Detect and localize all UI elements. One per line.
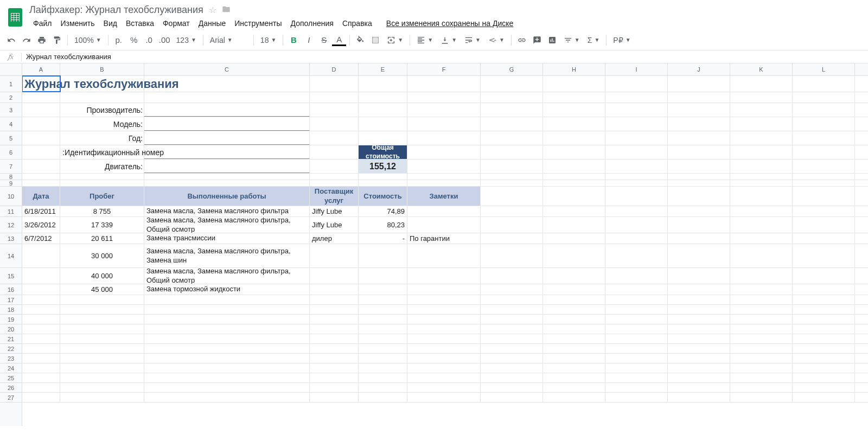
- cell-E22[interactable]: [359, 344, 407, 353]
- cell-J20[interactable]: [668, 324, 730, 334]
- cell-J19[interactable]: [668, 315, 730, 324]
- column-header-I[interactable]: I: [605, 63, 668, 75]
- row-header-26[interactable]: 26: [0, 383, 22, 393]
- cell-C11[interactable]: Замена масла, Замена масляного фильтра: [144, 206, 310, 216]
- cell-D5[interactable]: [310, 131, 359, 145]
- cell-E1[interactable]: [359, 76, 407, 92]
- cell-I9[interactable]: [605, 180, 668, 186]
- cell-B18[interactable]: [60, 305, 144, 314]
- cell-I6[interactable]: [605, 145, 668, 159]
- cell-A18[interactable]: [22, 305, 60, 314]
- cell-G11[interactable]: [481, 206, 543, 216]
- cell-I19[interactable]: [605, 315, 668, 324]
- cell-C27[interactable]: [144, 393, 310, 402]
- cell-A19[interactable]: [22, 315, 60, 324]
- cell-L26[interactable]: [793, 383, 855, 392]
- column-header-G[interactable]: G: [481, 63, 543, 75]
- cell-K6[interactable]: [730, 145, 793, 159]
- cell-L10[interactable]: [793, 187, 855, 206]
- cell-F10[interactable]: Заметки: [407, 187, 481, 206]
- cell-I1[interactable]: [605, 76, 668, 92]
- cell-A6[interactable]: [22, 145, 60, 159]
- cell-C1[interactable]: [144, 76, 310, 92]
- cell-B10[interactable]: Пробег: [60, 187, 144, 206]
- cell-I13[interactable]: [605, 233, 668, 244]
- cell-E26[interactable]: [359, 383, 407, 392]
- cell-A15[interactable]: [22, 268, 60, 284]
- row-header-24[interactable]: 24: [0, 363, 22, 373]
- save-status[interactable]: Все изменения сохранены на Диске: [382, 17, 518, 30]
- cell-G13[interactable]: [481, 233, 543, 244]
- cell-E14[interactable]: [359, 244, 407, 267]
- cell-K25[interactable]: [730, 373, 793, 382]
- cell-C22[interactable]: [144, 344, 310, 353]
- column-header-C[interactable]: C: [144, 63, 310, 75]
- cell-B8[interactable]: [60, 174, 144, 180]
- cell-B20[interactable]: [60, 324, 144, 334]
- cell-E16[interactable]: [359, 284, 407, 295]
- cell-C4[interactable]: [144, 117, 310, 131]
- cell-L23[interactable]: [793, 354, 855, 363]
- horizontal-align-icon[interactable]: ▼: [413, 33, 436, 47]
- cell-H2[interactable]: [543, 92, 605, 103]
- row-header-12[interactable]: 12: [0, 217, 22, 233]
- cell-E7[interactable]: 155,12: [359, 159, 407, 173]
- cell-J17[interactable]: [668, 295, 730, 304]
- cell-D25[interactable]: [310, 373, 359, 382]
- cell-A5[interactable]: [22, 131, 60, 145]
- cell-G15[interactable]: [481, 268, 543, 284]
- cell-E11[interactable]: 74,89: [359, 206, 407, 216]
- cell-C26[interactable]: [144, 383, 310, 392]
- number-format-combo[interactable]: 123▼: [173, 33, 200, 47]
- cell-D22[interactable]: [310, 344, 359, 353]
- cell-J14[interactable]: [668, 244, 730, 267]
- row-header-20[interactable]: 20: [0, 324, 22, 334]
- cell-J18[interactable]: [668, 305, 730, 314]
- cell-I24[interactable]: [605, 363, 668, 373]
- cell-B11[interactable]: 8 755: [60, 206, 144, 216]
- menu-help[interactable]: Справка: [339, 17, 376, 30]
- cell-D3[interactable]: [310, 103, 359, 117]
- cell-H21[interactable]: [543, 334, 605, 343]
- cell-I23[interactable]: [605, 354, 668, 363]
- cell-E19[interactable]: [359, 315, 407, 324]
- cell-L20[interactable]: [793, 324, 855, 334]
- cell-D14[interactable]: [310, 244, 359, 267]
- cell-L11[interactable]: [793, 206, 855, 216]
- text-rotation-icon[interactable]: ▼: [485, 33, 508, 47]
- cell-L12[interactable]: [793, 217, 855, 233]
- cell-H24[interactable]: [543, 363, 605, 373]
- cell-H9[interactable]: [543, 180, 605, 186]
- cell-H1[interactable]: [543, 76, 605, 92]
- cell-G2[interactable]: [481, 92, 543, 103]
- cell-F27[interactable]: [407, 393, 481, 402]
- italic-icon[interactable]: I: [302, 33, 316, 47]
- cell-A27[interactable]: [22, 393, 60, 402]
- cell-G23[interactable]: [481, 354, 543, 363]
- cell-L14[interactable]: [793, 244, 855, 267]
- cell-K17[interactable]: [730, 295, 793, 304]
- functions-icon[interactable]: Σ▼: [584, 33, 603, 47]
- cell-I11[interactable]: [605, 206, 668, 216]
- cell-I17[interactable]: [605, 295, 668, 304]
- cell-G14[interactable]: [481, 244, 543, 267]
- cell-I4[interactable]: [605, 117, 668, 131]
- row-header-22[interactable]: 22: [0, 344, 22, 354]
- star-icon[interactable]: ☆: [209, 5, 216, 15]
- cell-H6[interactable]: [543, 145, 605, 159]
- cell-C9[interactable]: [144, 180, 310, 186]
- cell-G7[interactable]: [481, 159, 543, 173]
- menu-insert[interactable]: Вставка: [122, 17, 158, 30]
- column-header-F[interactable]: F: [407, 63, 481, 75]
- row-header-10[interactable]: 10: [0, 187, 22, 206]
- cell-H17[interactable]: [543, 295, 605, 304]
- cell-D8[interactable]: [310, 174, 359, 180]
- cell-D18[interactable]: [310, 305, 359, 314]
- cell-C16[interactable]: Замена тормозной жидкости: [144, 284, 310, 295]
- cell-L5[interactable]: [793, 131, 855, 145]
- cell-E8[interactable]: [359, 174, 407, 180]
- cell-J6[interactable]: [668, 145, 730, 159]
- cell-K23[interactable]: [730, 354, 793, 363]
- cell-J26[interactable]: [668, 383, 730, 392]
- cell-E25[interactable]: [359, 373, 407, 382]
